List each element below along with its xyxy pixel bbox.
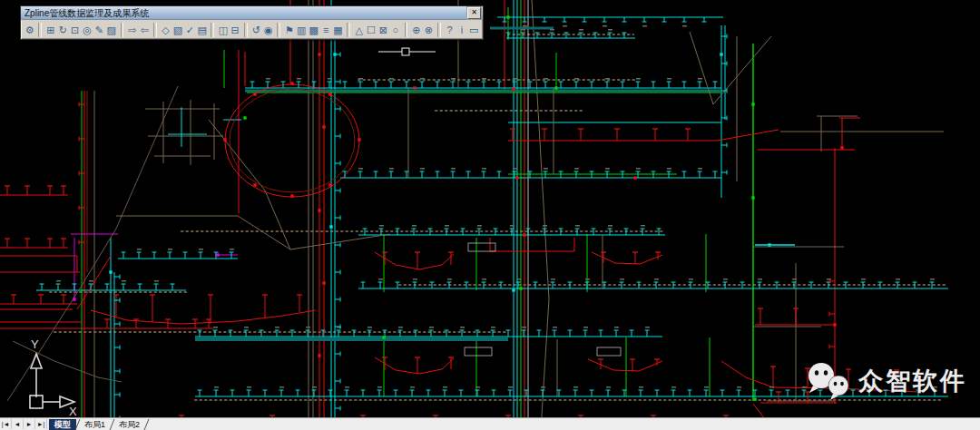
flag-report-icon[interactable]: ⚑ xyxy=(284,23,295,37)
ucs-icon: Y X xyxy=(5,334,89,419)
verify-check-icon[interactable]: ✓ xyxy=(184,23,195,37)
tab-布局1[interactable]: 布局1 xyxy=(79,419,111,430)
watermark: 众智软件 xyxy=(806,361,967,401)
layout-tabstrip: 模型布局1布局2 xyxy=(49,419,148,430)
package-export-icon[interactable]: ⊗ xyxy=(423,23,434,37)
measure-calc-icon[interactable]: ▭ xyxy=(468,23,479,37)
render-dither-icon[interactable]: ▩ xyxy=(309,23,319,37)
watermark-text: 众智软件 xyxy=(858,365,967,397)
preview-monitor-icon[interactable]: ▥ xyxy=(296,23,307,37)
toolbar-separator xyxy=(244,23,248,37)
copy-object-icon[interactable]: ⊟ xyxy=(230,23,240,37)
grid-view-icon[interactable]: ▦ xyxy=(332,23,343,37)
image-browse-icon[interactable]: ▨ xyxy=(106,23,117,37)
locate-target-icon[interactable]: ◉ xyxy=(263,23,274,37)
tab-nav-0[interactable]: |◄ xyxy=(0,419,12,429)
close-icon[interactable]: ✕ xyxy=(467,7,481,19)
bottom-bar: |◄◄►►| 模型布局1布局2 xyxy=(0,417,980,430)
toolbar-separator xyxy=(121,23,124,37)
record-edit-icon[interactable]: ✎ xyxy=(93,23,104,37)
tab-nav-2[interactable]: ► xyxy=(24,419,35,429)
ucs-y-arrowhead xyxy=(31,354,42,368)
ucs-x-label: X xyxy=(69,405,77,418)
record-find-icon[interactable]: ◎ xyxy=(82,23,93,37)
toolbar-separator xyxy=(38,23,42,37)
tab-nav-buttons: |◄◄►►| xyxy=(0,419,47,429)
ucs-origin-box xyxy=(30,396,43,408)
toolbar-separator xyxy=(405,23,408,37)
sync-data-icon[interactable]: ↺ xyxy=(250,23,261,37)
toolbar-separator xyxy=(211,23,214,37)
tab-模型[interactable]: 模型 xyxy=(49,419,76,430)
toolbar-separator xyxy=(153,23,157,37)
tab-nav-3[interactable]: ►| xyxy=(35,419,47,429)
tool-config-icon[interactable]: ⊕ xyxy=(411,23,422,37)
toolbar-separator xyxy=(277,23,280,37)
help-icon[interactable]: ? xyxy=(444,23,455,37)
toolbar-separator xyxy=(347,23,350,37)
table-edit-icon[interactable]: ▤ xyxy=(196,23,207,37)
toolbar-separator xyxy=(437,23,441,37)
select-window-icon[interactable]: ◫ xyxy=(218,23,229,37)
tool-window: Zpline管线数据监理及成果系统 ✕ ⚙⊞↻⊡◎✎▨⇨⇦◇▧✓▤◫⊟↺◉⚑▥▩… xyxy=(20,5,484,40)
annotate-icon[interactable]: ▧ xyxy=(172,23,183,37)
duplicate-object-icon[interactable]: ○ xyxy=(390,23,401,37)
wechat-logo-icon xyxy=(806,361,851,401)
data-import-icon[interactable]: ⇨ xyxy=(127,23,138,37)
region-select-icon[interactable]: ⊠ xyxy=(377,23,388,37)
data-export-icon[interactable]: ⇦ xyxy=(139,23,150,37)
record-save-icon[interactable]: ⊡ xyxy=(69,23,80,37)
sketch-edit-icon[interactable]: ◇ xyxy=(160,23,171,37)
tool-window-titlebar[interactable]: Zpline管线数据监理及成果系统 ✕ xyxy=(21,6,483,20)
tool-window-title: Zpline管线数据监理及成果系统 xyxy=(24,7,467,19)
ucs-y-label: Y xyxy=(31,337,39,351)
tool-window-toolbar: ⚙⊞↻⊡◎✎▨⇨⇦◇▧✓▤◫⊟↺◉⚑▥▩≡▦△☐⊠○⊕⊗?i▭ xyxy=(21,20,483,40)
tab-nav-1[interactable]: ◄ xyxy=(12,419,24,429)
settings-gear-icon[interactable]: ⚙ xyxy=(24,23,35,37)
app-root: Y X Zpline管线数据监理及成果系统 ✕ ⚙⊞↻⊡◎✎▨⇨⇦◇▧✓▤◫⊟↺… xyxy=(0,0,980,430)
about-info-icon[interactable]: i xyxy=(456,23,467,37)
flatten-view-icon[interactable]: △ xyxy=(353,23,364,37)
tab-布局2[interactable]: 布局2 xyxy=(113,419,145,430)
layer-manager-icon[interactable]: ≡ xyxy=(320,23,331,37)
record-add-icon[interactable]: ⊞ xyxy=(45,23,56,37)
record-refresh-icon[interactable]: ↻ xyxy=(57,23,68,37)
panel-window-icon[interactable]: ☐ xyxy=(366,23,377,37)
